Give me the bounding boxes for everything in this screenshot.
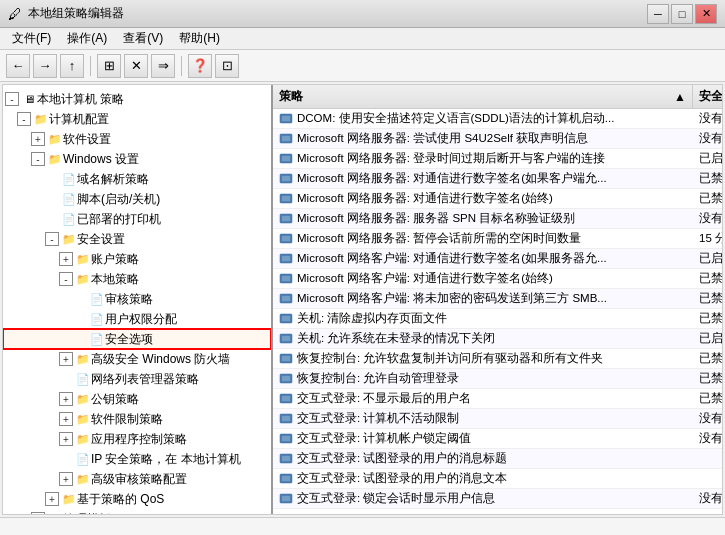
tree-item-software[interactable]: +📁软件设置 <box>3 129 271 149</box>
list-row-icon-16 <box>279 432 293 446</box>
back-button[interactable]: ← <box>6 54 30 78</box>
tree-item-qos[interactable]: +📁基于策略的 QoS <box>3 489 271 509</box>
tree-label-computer: 计算机配置 <box>49 111 109 128</box>
tree-item-audit[interactable]: 📄审核策略 <box>3 289 271 309</box>
list-row-11[interactable]: 关机: 允许系统在未登录的情况下关闭已启用 <box>273 329 722 349</box>
expander-advaudit[interactable]: + <box>59 472 73 486</box>
tree-icon-printers: 📄 <box>61 211 77 227</box>
tree-label-ipsec: IP 安全策略，在 本地计算机 <box>91 451 241 468</box>
menu-help[interactable]: 帮助(H) <box>171 28 228 49</box>
list-container: DCOM: 使用安全描述符定义语言(SDDL)语法的计算机启动...没有定义Mi… <box>273 109 722 509</box>
list-row-12[interactable]: 恢复控制台: 允许软盘复制并访问所有驱动器和所有文件夹已禁用 <box>273 349 722 369</box>
expander-software[interactable]: + <box>31 132 45 146</box>
svg-rect-37 <box>282 476 290 481</box>
list-row-4[interactable]: Microsoft 网络服务器: 对通信进行数字签名(始终)已禁用 <box>273 189 722 209</box>
tree-item-local[interactable]: -📁本地策略 <box>3 269 271 289</box>
column-header-setting[interactable]: 安全设置 <box>693 85 722 108</box>
tree-item-root[interactable]: -🖥本地计算机 策略 <box>3 89 271 109</box>
expander-accounts[interactable]: + <box>59 252 73 266</box>
list-row-icon-12 <box>279 352 293 366</box>
tree-item-advaudit[interactable]: +📁高级审核策略配置 <box>3 469 271 489</box>
tree-label-applocker: 应用程序控制策略 <box>91 431 187 448</box>
properties-button[interactable]: ⊡ <box>215 54 239 78</box>
list-cell-policy-15: 交互式登录: 计算机不活动限制 <box>273 409 693 428</box>
menu-action[interactable]: 操作(A) <box>59 28 115 49</box>
tree-item-windows[interactable]: -📁Windows 设置 <box>3 149 271 169</box>
expander-applocker[interactable]: + <box>59 432 73 446</box>
list-row-19[interactable]: 交互式登录: 锁定会话时显示用户信息没有定义 <box>273 489 722 509</box>
svg-rect-11 <box>282 216 290 221</box>
tree-item-firewall[interactable]: +📁高级安全 Windows 防火墙 <box>3 349 271 369</box>
tree-item-softrestrict[interactable]: +📁软件限制策略 <box>3 409 271 429</box>
list-row-5[interactable]: Microsoft 网络服务器: 服务器 SPN 目标名称验证级别没有定义 <box>273 209 722 229</box>
list-row-9[interactable]: Microsoft 网络客户端: 将未加密的密码发送到第三方 SMB...已禁用 <box>273 289 722 309</box>
expander-admtemplates[interactable]: + <box>31 512 45 514</box>
expander-security[interactable]: - <box>45 232 59 246</box>
list-row-16[interactable]: 交互式登录: 计算机帐户锁定阈值没有定义 <box>273 429 722 449</box>
list-cell-policy-3: Microsoft 网络服务器: 对通信进行数字签名(如果客户端允... <box>273 169 693 188</box>
title-bar: 🖊 本地组策略编辑器 ─ □ ✕ <box>0 0 725 28</box>
tree-item-netlist[interactable]: 📄网络列表管理器策略 <box>3 369 271 389</box>
list-row-10[interactable]: 关机: 清除虚拟内存页面文件已禁用 <box>273 309 722 329</box>
expander-qos[interactable]: + <box>45 492 59 506</box>
list-row-8[interactable]: Microsoft 网络客户端: 对通信进行数字签名(始终)已禁用 <box>273 269 722 289</box>
tree-item-security[interactable]: -📁安全设置 <box>3 229 271 249</box>
menu-view[interactable]: 查看(V) <box>115 28 171 49</box>
list-row-1[interactable]: Microsoft 网络服务器: 尝试使用 S4U2Self 获取声明信息没有定… <box>273 129 722 149</box>
list-row-14[interactable]: 交互式登录: 不显示最后的用户名已禁用 <box>273 389 722 409</box>
expander-root[interactable]: - <box>5 92 19 106</box>
tree-item-scripts[interactable]: 📄脚本(启动/关机) <box>3 189 271 209</box>
list-cell-policy-4: Microsoft 网络服务器: 对通信进行数字签名(始终) <box>273 189 693 208</box>
list-row-7[interactable]: Microsoft 网络客户端: 对通信进行数字签名(如果服务器允...已启用 <box>273 249 722 269</box>
delete-button[interactable]: ✕ <box>124 54 148 78</box>
list-row-15[interactable]: 交互式登录: 计算机不活动限制没有定义 <box>273 409 722 429</box>
show-hide-button[interactable]: ⊞ <box>97 54 121 78</box>
close-button[interactable]: ✕ <box>695 4 717 24</box>
forward-button[interactable]: → <box>33 54 57 78</box>
tree-item-applocker[interactable]: +📁应用程序控制策略 <box>3 429 271 449</box>
expander-pubkey[interactable]: + <box>59 392 73 406</box>
minimize-button[interactable]: ─ <box>647 4 669 24</box>
expander-computer[interactable]: - <box>17 112 31 126</box>
expander-firewall[interactable]: + <box>59 352 73 366</box>
tree-item-dns[interactable]: 📄域名解析策略 <box>3 169 271 189</box>
menu-file[interactable]: 文件(F) <box>4 28 59 49</box>
list-cell-setting-2: 已启用 <box>693 149 722 168</box>
tree-label-scripts: 脚本(启动/关机) <box>77 191 160 208</box>
tree-item-secoptions[interactable]: 📄安全选项 <box>3 329 271 349</box>
list-row-17[interactable]: 交互式登录: 试图登录的用户的消息标题 <box>273 449 722 469</box>
tree-item-accounts[interactable]: +📁账户策略 <box>3 249 271 269</box>
svg-rect-31 <box>282 416 290 421</box>
list-row-18[interactable]: 交互式登录: 试图登录的用户的消息文本 <box>273 469 722 489</box>
list-row-icon-2 <box>279 152 293 166</box>
column-header-policy[interactable]: 策略 ▲ <box>273 85 693 108</box>
expander-softrestrict[interactable]: + <box>59 412 73 426</box>
toolbar-separator-1 <box>90 56 91 76</box>
app-icon: 🖊 <box>8 6 24 22</box>
list-row-2[interactable]: Microsoft 网络服务器: 登录时间过期后断开与客户端的连接已启用 <box>273 149 722 169</box>
list-cell-policy-9: Microsoft 网络客户端: 将未加密的密码发送到第三方 SMB... <box>273 289 693 308</box>
tree-icon-root: 🖥 <box>21 91 37 107</box>
tree-item-pubkey[interactable]: +📁公钥策略 <box>3 389 271 409</box>
list-row-13[interactable]: 恢复控制台: 允许自动管理登录已禁用 <box>273 369 722 389</box>
export-button[interactable]: ⇒ <box>151 54 175 78</box>
list-row-3[interactable]: Microsoft 网络服务器: 对通信进行数字签名(如果客户端允...已禁用 <box>273 169 722 189</box>
list-cell-policy-10: 关机: 清除虚拟内存页面文件 <box>273 309 693 328</box>
help-button[interactable]: ❓ <box>188 54 212 78</box>
tree-item-admtemplates[interactable]: +📁管理模板 <box>3 509 271 514</box>
list-row-icon-17 <box>279 452 293 466</box>
expander-local[interactable]: - <box>59 272 73 286</box>
tree-item-userrights[interactable]: 📄用户权限分配 <box>3 309 271 329</box>
tree-item-computer[interactable]: -📁计算机配置 <box>3 109 271 129</box>
tree-item-ipsec[interactable]: 📄IP 安全策略，在 本地计算机 <box>3 449 271 469</box>
tree-item-printers[interactable]: 📄已部署的打印机 <box>3 209 271 229</box>
list-row-0[interactable]: DCOM: 使用安全描述符定义语言(SDDL)语法的计算机启动...没有定义 <box>273 109 722 129</box>
maximize-button[interactable]: □ <box>671 4 693 24</box>
list-cell-setting-7: 已启用 <box>693 249 722 268</box>
up-button[interactable]: ↑ <box>60 54 84 78</box>
list-row-6[interactable]: Microsoft 网络服务器: 暂停会话前所需的空闲时间数量15 分钟 <box>273 229 722 249</box>
svg-rect-21 <box>282 316 290 321</box>
tree-label-audit: 审核策略 <box>105 291 153 308</box>
svg-rect-19 <box>282 296 290 301</box>
expander-windows[interactable]: - <box>31 152 45 166</box>
